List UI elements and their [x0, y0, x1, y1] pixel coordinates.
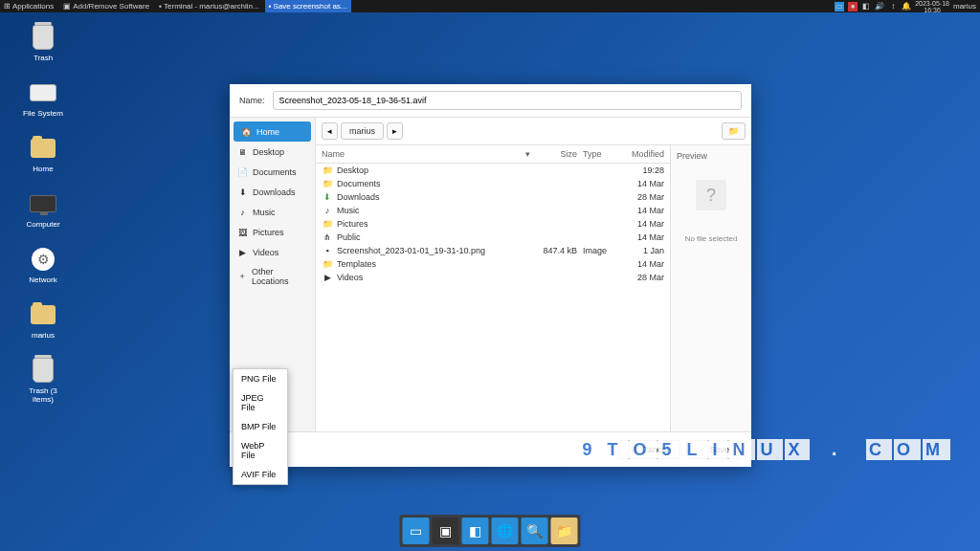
- format-bmp[interactable]: BMP File: [234, 417, 287, 436]
- share-icon: ⋔: [322, 231, 333, 243]
- downloads-icon: ⬇: [237, 187, 248, 197]
- name-label: Name:: [239, 96, 265, 105]
- workspace-icon[interactable]: ▭: [835, 2, 844, 11]
- sidebar-item-documents[interactable]: 📄Documents: [230, 162, 315, 182]
- format-png[interactable]: PNG File: [234, 369, 287, 388]
- preview-panel: Preview ? No file selected: [670, 145, 751, 431]
- folder-icon: 📁: [322, 178, 333, 189]
- format-avif[interactable]: AVIF File: [234, 465, 287, 484]
- download-icon: ⬇: [322, 191, 333, 203]
- notification-icon[interactable]: 🔔: [902, 2, 911, 11]
- desktop-computer[interactable]: Computer: [19, 190, 67, 229]
- watermark: 9TO5LINUX . COM: [578, 439, 951, 460]
- file-row[interactable]: ⋔Public14 Mar: [316, 231, 670, 244]
- clock[interactable]: 2023-05-18 16:36: [915, 0, 949, 13]
- file-row[interactable]: ▶Videos28 Mar: [316, 271, 670, 284]
- sidebar-item-videos[interactable]: ▶Videos: [230, 242, 315, 262]
- desktop-marius[interactable]: marius: [19, 301, 67, 340]
- create-folder-button[interactable]: 📁: [722, 122, 746, 140]
- filename-input[interactable]: [273, 91, 742, 110]
- save-dialog: Name: 🏠Home 🖥Desktop 📄Documents ⬇Downloa…: [230, 84, 751, 467]
- terminal-icon: ▪: [159, 2, 162, 11]
- column-size[interactable]: Size: [537, 149, 583, 159]
- folder-icon: [31, 305, 56, 324]
- sidebar-item-pictures[interactable]: 🖼Pictures: [230, 222, 315, 242]
- gear-icon: ⚙: [32, 248, 55, 271]
- trash-icon: [33, 25, 54, 50]
- user-label[interactable]: marius: [953, 2, 976, 11]
- sidebar-item-desktop[interactable]: 🖥Desktop: [230, 142, 315, 162]
- package-icon: ▣: [63, 2, 71, 11]
- pictures-icon: 🖼: [237, 227, 248, 237]
- file-list: Name ▾ Size Type Modified 📁Desktop19:28 …: [316, 145, 670, 431]
- format-webp[interactable]: WebP File: [234, 436, 287, 465]
- column-type[interactable]: Type: [583, 149, 621, 159]
- network-tray-icon[interactable]: ↕: [888, 2, 898, 11]
- sidebar-item-music[interactable]: ♪Music: [230, 202, 315, 222]
- desktop-filesystem[interactable]: File System: [19, 79, 67, 118]
- folder-icon: 📁: [322, 218, 333, 230]
- videos-icon: ▶: [237, 247, 248, 257]
- grid-icon: ⊞: [4, 2, 11, 11]
- sidebar-item-other[interactable]: +Other Locations: [230, 262, 315, 291]
- file-row[interactable]: 📁Pictures14 Mar: [316, 217, 670, 231]
- top-panel: ⊞ Applications ▣ Add/Remove Software ▪ T…: [0, 0, 980, 12]
- desktop-trash[interactable]: Trash: [19, 24, 67, 62]
- disk-icon[interactable]: ◧: [861, 2, 871, 11]
- format-popup: PNG File JPEG File BMP File WebP File AV…: [233, 368, 288, 485]
- documents-icon: 📄: [237, 166, 248, 177]
- file-row[interactable]: 📁Templates14 Mar: [316, 257, 670, 271]
- task-software[interactable]: ▣ Add/Remove Software: [59, 0, 153, 12]
- music-icon: ♪: [322, 205, 333, 216]
- bottom-dock: ▭ ▣ ◧ 🌐 🔍 📁: [400, 515, 581, 547]
- column-modified[interactable]: Modified: [621, 149, 664, 159]
- folder-icon: [31, 139, 56, 158]
- preview-placeholder: ?: [696, 180, 726, 210]
- monitor-icon: [30, 195, 56, 212]
- desktop-trash-items[interactable]: Trash (3 items): [19, 357, 67, 404]
- file-row[interactable]: ▪Screenshot_2023-01-01_19-31-10.png847.4…: [316, 244, 670, 257]
- dock-search[interactable]: 🔍: [522, 518, 548, 544]
- video-icon: ▶: [322, 272, 333, 283]
- volume-icon[interactable]: 🔊: [875, 2, 884, 11]
- task-save-screenshot[interactable]: ▪ Save screenshot as...: [265, 0, 351, 12]
- file-row[interactable]: 📁Documents14 Mar: [316, 177, 670, 190]
- folder-icon: 📁: [322, 258, 333, 270]
- dock-terminal[interactable]: ▣: [433, 518, 459, 544]
- update-icon[interactable]: ●: [848, 2, 858, 11]
- sidebar-item-downloads[interactable]: ⬇Downloads: [230, 182, 315, 202]
- applications-menu[interactable]: ⊞ Applications: [0, 0, 57, 12]
- dock-files[interactable]: 📁: [551, 518, 578, 544]
- file-row[interactable]: 📁Desktop19:28: [316, 164, 670, 177]
- plus-icon: +: [237, 272, 247, 282]
- folder-icon: 📁: [322, 165, 333, 176]
- home-icon: 🏠: [241, 126, 252, 137]
- format-jpeg[interactable]: JPEG File: [234, 388, 287, 417]
- desktop-icons: Trash File System Home Computer ⚙ Networ…: [19, 24, 67, 421]
- music-icon: ♪: [237, 207, 248, 217]
- dock-settings[interactable]: ◧: [462, 518, 489, 544]
- file-row[interactable]: ⬇Downloads28 Mar: [316, 190, 670, 204]
- path-forward-button[interactable]: ▸: [387, 122, 403, 140]
- trash-icon: [33, 358, 54, 383]
- path-back-button[interactable]: ◂: [322, 122, 338, 140]
- drive-icon: [30, 84, 56, 101]
- window-icon: ▪: [269, 2, 272, 11]
- desktop-icon: 🖥: [237, 146, 248, 157]
- dock-show-desktop[interactable]: ▭: [403, 518, 430, 544]
- sort-indicator: ▾: [525, 149, 537, 159]
- task-terminal[interactable]: ▪ Terminal - marius@archlin...: [155, 0, 263, 12]
- file-row[interactable]: ♪Music14 Mar: [316, 204, 670, 217]
- desktop-home[interactable]: Home: [19, 135, 67, 173]
- column-name[interactable]: Name: [322, 149, 525, 159]
- desktop-network[interactable]: ⚙ Network: [19, 246, 67, 284]
- sidebar-item-home[interactable]: 🏠Home: [234, 121, 311, 142]
- image-icon: ▪: [322, 245, 333, 256]
- dock-browser[interactable]: 🌐: [492, 518, 519, 544]
- breadcrumb-marius[interactable]: marius: [341, 122, 384, 140]
